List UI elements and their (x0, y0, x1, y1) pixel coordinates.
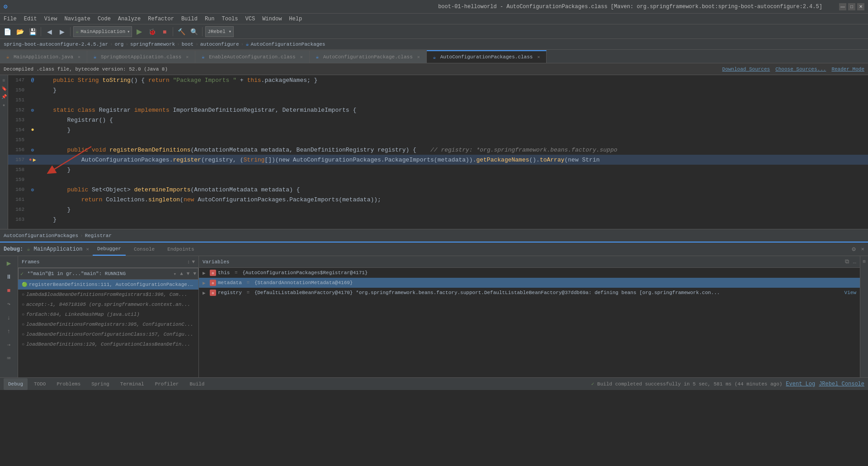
menu-refactor[interactable]: Refactor (144, 14, 178, 24)
choose-sources-link[interactable]: Choose Sources... (775, 67, 826, 72)
debug-tab-endpoints[interactable]: Endpoints (163, 243, 198, 256)
bottom-tab-build[interactable]: Build (185, 378, 209, 390)
save-button[interactable]: 💾 (27, 26, 38, 37)
menu-vcs[interactable]: VCS (242, 14, 259, 24)
bbc-inner[interactable]: Registrar (85, 233, 112, 238)
sidebar-favorites[interactable]: ★ (0, 101, 8, 109)
tab-enable-auto-config[interactable]: ☕ EnableAutoConfiguration.class ✕ (195, 50, 309, 63)
forward-button[interactable]: ▶ (57, 26, 67, 37)
close-button[interactable]: ✕ (857, 3, 864, 10)
download-sources-link[interactable]: Download Sources (722, 67, 770, 72)
menu-analyze[interactable]: Analyze (114, 14, 144, 24)
filter-frames-button[interactable]: ▼ (192, 259, 195, 265)
tab-close-acps[interactable]: ✕ (535, 54, 542, 60)
jrebel-console-link[interactable]: JRebel Console (819, 381, 864, 387)
var-item-this[interactable]: ▶ o this = {AutoConfigurationPackages$Re… (199, 268, 860, 278)
evaluate-button[interactable]: ⌨ (4, 353, 14, 364)
thread-filter-button[interactable]: ▼ (193, 271, 196, 276)
thread-down-button[interactable]: ▼ (187, 271, 190, 276)
bottom-tab-spring[interactable]: Spring (87, 378, 114, 390)
step-into-button[interactable]: ↓ (4, 312, 14, 323)
bbc-class[interactable]: AutoConfigurationPackages (4, 233, 78, 238)
menu-file[interactable]: File (0, 14, 20, 24)
menu-help[interactable]: Help (285, 14, 306, 24)
expand-this[interactable]: ▶ (203, 270, 208, 276)
tab-close-acp[interactable]: ✕ (415, 54, 422, 60)
jrebel-selector[interactable]: JRebel ▾ (205, 26, 234, 37)
new-file-button[interactable]: 📄 (2, 26, 13, 37)
menu-build[interactable]: Build (178, 14, 201, 24)
sort-frames-button[interactable]: ↕ (187, 259, 190, 265)
breadcrumb-autoconfigure[interactable]: autoconfigure (200, 42, 239, 47)
settings-icon[interactable]: ⚙ (852, 245, 855, 253)
build-button[interactable]: 🔨 (176, 26, 187, 37)
bottom-tab-profiler[interactable]: Profiler (151, 378, 184, 390)
expand-registry[interactable]: ▶ (203, 290, 208, 296)
menu-window[interactable]: Window (259, 14, 285, 24)
tab-close-main[interactable]: ✕ (76, 54, 82, 60)
run-button[interactable]: ▶ (134, 26, 145, 37)
stop-button[interactable]: ■ (159, 26, 170, 37)
breadcrumb-boot[interactable]: boot (182, 42, 193, 47)
menu-edit[interactable]: Edit (20, 14, 41, 24)
frame-item-2[interactable]: ○ accept:-1, 846718105 (org.springframew… (18, 300, 198, 309)
event-log-link[interactable]: Event Log (786, 381, 815, 387)
tab-main-application[interactable]: ☕ MainApplication.java ✕ (0, 50, 87, 63)
expand-panel-button[interactable]: ⊞ (861, 258, 868, 265)
open-button[interactable]: 📂 (14, 26, 25, 37)
var-item-registry[interactable]: ▶ o registry = {DefaultListableBeanFacto… (199, 288, 860, 298)
breadcrumb-springframework[interactable]: springframework (130, 42, 175, 47)
reader-mode-link[interactable]: Reader Mode (831, 67, 864, 72)
breadcrumb-org[interactable]: org (115, 42, 124, 47)
step-out-button[interactable]: ↑ (4, 326, 14, 337)
frame-item-4[interactable]: ○ loadBeanDefinitionsFromRegistrars:395,… (18, 319, 198, 329)
tab-close-eac[interactable]: ✕ (298, 54, 305, 60)
breadcrumb-class[interactable]: AutoConfigurationPackages (250, 42, 325, 47)
run-config-selector[interactable]: ☕ MainApplication ▾ (73, 26, 132, 37)
bottom-tab-problems[interactable]: Problems (52, 378, 85, 390)
bottom-tab-todo[interactable]: TODO (29, 378, 50, 390)
debug-session-close[interactable]: ✕ (86, 246, 89, 252)
pause-button[interactable]: ⏸ (4, 271, 14, 282)
tab-spring-boot-application[interactable]: ☕ SpringBootApplication.class ✕ (87, 50, 195, 63)
sidebar-bookmarks[interactable]: 🔖 (0, 85, 8, 92)
stop-debug-button[interactable]: ■ (4, 285, 14, 296)
back-button[interactable]: ◀ (44, 26, 55, 37)
minimize-button[interactable]: — (839, 3, 846, 10)
var-item-metadata[interactable]: ▶ o metadata = {StandardAnnotationMetada… (199, 278, 860, 288)
tab-auto-config-packages[interactable]: ☕ AutoConfigurationPackages.class ✕ (427, 50, 547, 63)
menu-run[interactable]: Run (201, 14, 218, 24)
thread-up-button[interactable]: ▲ (180, 271, 183, 276)
menu-view[interactable]: View (41, 14, 61, 24)
frame-item-1[interactable]: ○ lambda$loadBeanDefinitionsFromRegistra… (18, 290, 198, 300)
more-vars-button[interactable]: … (853, 258, 856, 265)
frame-item-3[interactable]: ○ forEach:684, LinkedHashMap (java.util) (18, 309, 198, 319)
thread-selector[interactable]: ✓ *"main"@1 in gr..."main": RUNNING ▾ ▲ … (18, 268, 198, 280)
menu-tools[interactable]: Tools (218, 14, 242, 24)
expand-metadata[interactable]: ▶ (203, 280, 208, 286)
debug-tab-console[interactable]: Console (129, 243, 159, 256)
maximize-button[interactable]: □ (848, 3, 855, 10)
menu-code[interactable]: Code (94, 14, 114, 24)
bottom-tab-debug[interactable]: Debug (4, 378, 28, 390)
close-panel-icon[interactable]: ✕ (861, 246, 864, 252)
search-button[interactable]: 🔍 (189, 26, 199, 37)
frame-item-6[interactable]: ○ loadBeanDefinitions:129, Configuration… (18, 339, 198, 349)
tab-close-sba[interactable]: ✕ (184, 54, 190, 60)
debug-button[interactable]: 🐞 (146, 26, 157, 37)
sidebar-todo[interactable]: 📌 (0, 93, 8, 100)
run-to-cursor-button[interactable]: ⇢ (4, 339, 14, 350)
resume-button[interactable]: ▶ (4, 258, 14, 269)
debug-tab-debugger[interactable]: Debugger (93, 243, 126, 256)
step-over-button[interactable]: ↷ (4, 299, 14, 309)
frame-item-5[interactable]: ○ loadBeanDefinitionsForConfigurationCla… (18, 329, 198, 339)
tab-auto-config-package[interactable]: ☕ AutoConfigurationPackage.class ✕ (310, 50, 427, 63)
frame-item-0[interactable]: 🟢 registerBeanDefinitions:111, AutoConfi… (18, 280, 198, 290)
view-registry-link[interactable]: View (844, 290, 856, 295)
sidebar-structure[interactable]: ≡ (0, 77, 8, 84)
warning-icon-154: ● (31, 127, 34, 133)
breadcrumb-jar[interactable]: spring-boot-autoconfigure-2.4.5.jar (4, 42, 108, 47)
menu-navigate[interactable]: Navigate (61, 14, 94, 24)
bottom-tab-terminal[interactable]: Terminal (116, 378, 149, 390)
copy-vars-button[interactable]: ⧉ (845, 258, 849, 265)
